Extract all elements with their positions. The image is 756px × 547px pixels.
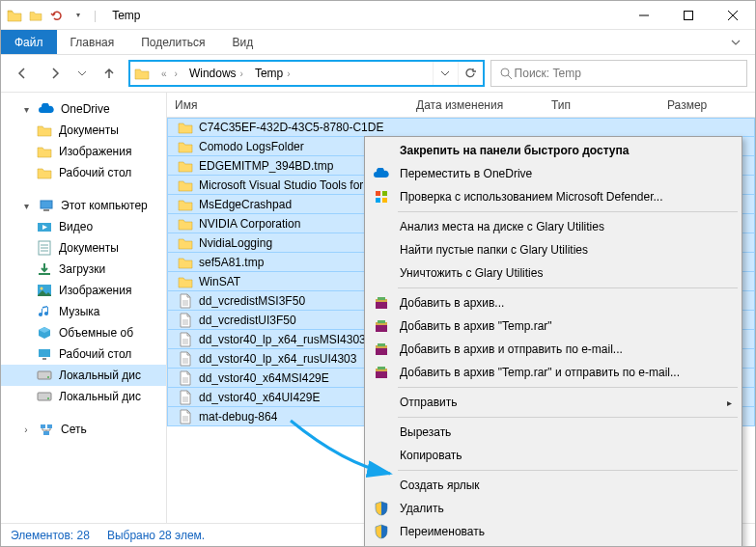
svg-rect-55 bbox=[378, 320, 385, 323]
status-selection-count: Выбрано 28 элем. bbox=[107, 529, 205, 542]
svg-rect-47 bbox=[382, 191, 387, 196]
nav-history-dropdown[interactable] bbox=[74, 60, 90, 87]
qat-undo-icon[interactable] bbox=[47, 6, 67, 25]
svg-point-21 bbox=[47, 397, 49, 399]
ctx-glary-emptyfolders[interactable]: Найти пустые папки с Glary Utilities bbox=[367, 238, 740, 261]
refresh-button[interactable] bbox=[458, 62, 483, 85]
nav-onedrive-pictures[interactable]: Изображения bbox=[1, 141, 166, 162]
address-folder-icon bbox=[130, 67, 154, 80]
folder-icon bbox=[178, 139, 193, 154]
file-name: WinSAT bbox=[199, 275, 240, 288]
ctx-glary-analyze[interactable]: Анализ места на диске с Glary Utilities bbox=[367, 215, 740, 238]
svg-rect-58 bbox=[378, 343, 385, 346]
file-name: EDGEMITMP_394BD.tmp bbox=[199, 159, 333, 173]
pc-icon bbox=[38, 197, 55, 214]
ctx-rar-email[interactable]: Добавить в архив и отправить по e-mail..… bbox=[367, 338, 740, 361]
nav-thispc-label: Этот компьютер bbox=[61, 199, 148, 212]
file-name: NvidiaLogging bbox=[199, 236, 272, 250]
file-name: Comodo LogsFolder bbox=[199, 140, 304, 153]
qat-dropdown-icon[interactable]: ▾ bbox=[69, 6, 88, 25]
network-icon bbox=[38, 421, 55, 438]
nav-up-button[interactable] bbox=[96, 60, 123, 87]
nav-forward-button[interactable] bbox=[42, 60, 69, 87]
ctx-sendto[interactable]: Отправить▸ bbox=[367, 391, 740, 414]
svg-rect-24 bbox=[43, 431, 49, 435]
nav-onedrive-documents[interactable]: Документы bbox=[1, 120, 166, 141]
chevron-right-icon: ▸ bbox=[720, 397, 738, 408]
nav-thispc-item-7[interactable]: Локальный дис bbox=[1, 365, 166, 386]
ribbon-tab-share[interactable]: Поделиться bbox=[127, 30, 218, 54]
ctx-rename[interactable]: Переименовать bbox=[367, 520, 740, 543]
nav-thispc-item-8[interactable]: Локальный дис bbox=[1, 386, 166, 407]
nav-thispc-item-4[interactable]: Музыка bbox=[1, 301, 166, 322]
ctx-rar-add[interactable]: Добавить в архив... bbox=[367, 291, 740, 315]
nav-thispc-item-5[interactable]: Объемные об bbox=[1, 322, 166, 343]
close-button[interactable] bbox=[711, 1, 755, 30]
ctx-pin-quickaccess[interactable]: Закрепить на панели быстрого доступа bbox=[367, 139, 740, 162]
shield-icon bbox=[369, 522, 394, 541]
file-name: dd_vstor40_lp_x64_rusMSI4303 bbox=[199, 333, 366, 346]
quick-access-toolbar: ▾ | bbox=[1, 6, 104, 25]
winrar-icon bbox=[369, 293, 394, 313]
chevron-right-icon[interactable]: › bbox=[20, 424, 32, 435]
column-size[interactable]: Размер bbox=[659, 93, 755, 117]
nav-thispc-item-1[interactable]: Документы bbox=[1, 237, 166, 259]
nav-thispc-item-0[interactable]: Видео bbox=[1, 216, 166, 237]
ribbon-tab-view[interactable]: Вид bbox=[218, 30, 266, 54]
ctx-defender-scan[interactable]: Проверка с использованием Microsoft Defe… bbox=[367, 185, 740, 208]
search-box[interactable]: Поиск: Temp bbox=[490, 60, 747, 87]
folder-icon bbox=[178, 158, 193, 174]
nav-network[interactable]: › Сеть bbox=[1, 419, 166, 440]
folder-icon bbox=[36, 143, 53, 160]
folder-icon bbox=[5, 6, 24, 25]
ctx-separator bbox=[398, 211, 738, 212]
title-separator: | bbox=[90, 9, 100, 22]
file-name: MsEdgeCrashpad bbox=[199, 198, 292, 211]
ribbon-tab-home[interactable]: Главная bbox=[57, 30, 128, 54]
nav-back-button[interactable] bbox=[9, 60, 36, 87]
minimize-button[interactable] bbox=[622, 1, 666, 30]
column-type[interactable]: Тип bbox=[544, 93, 659, 117]
nav-onedrive[interactable]: ▾ OneDrive bbox=[1, 98, 166, 120]
ctx-cut[interactable]: Вырезать bbox=[367, 421, 740, 444]
file-row[interactable]: C74C35EF-432D-43C5-8780-C1DE bbox=[167, 118, 755, 137]
nav-thispc-item-6[interactable]: Рабочий стол bbox=[1, 343, 166, 365]
nav-onedrive-desktop[interactable]: Рабочий стол bbox=[1, 162, 166, 183]
file-icon bbox=[178, 409, 193, 424]
chevron-down-icon[interactable]: ▾ bbox=[20, 104, 32, 115]
nav-thispc[interactable]: ▾ Этот компьютер bbox=[1, 195, 166, 216]
ctx-move-onedrive[interactable]: Переместить в OneDrive bbox=[367, 162, 740, 185]
video-icon bbox=[36, 218, 53, 235]
svg-rect-1 bbox=[685, 11, 693, 19]
folder-small-icon bbox=[26, 6, 45, 25]
maximize-button[interactable] bbox=[666, 1, 711, 30]
file-icon bbox=[178, 351, 193, 367]
ribbon-expand-button[interactable] bbox=[716, 30, 755, 54]
svg-rect-61 bbox=[378, 367, 385, 369]
folder-icon bbox=[178, 274, 193, 289]
address-bar-row: «› Windows› Temp› Поиск: Temp bbox=[1, 55, 755, 92]
ctx-create-shortcut[interactable]: Создать ярлык bbox=[367, 474, 740, 497]
window-title: Temp bbox=[104, 9, 622, 22]
ctx-rar-add-temp[interactable]: Добавить в архив "Temp.rar" bbox=[367, 315, 740, 338]
ctx-glary-shred[interactable]: Уничтожить с Glary Utilities bbox=[367, 261, 740, 285]
ctx-delete[interactable]: Удалить bbox=[367, 497, 740, 520]
chevron-down-icon[interactable]: ▾ bbox=[20, 201, 32, 211]
breadcrumb-windows[interactable]: Windows› bbox=[185, 62, 251, 85]
titlebar: ▾ | Temp bbox=[1, 1, 755, 30]
ribbon-file-tab[interactable]: Файл bbox=[1, 30, 57, 54]
column-date[interactable]: Дата изменения bbox=[408, 93, 544, 117]
address-dropdown-button[interactable] bbox=[433, 62, 458, 85]
ctx-rar-email-temp[interactable]: Добавить в архив "Temp.rar" и отправить … bbox=[367, 361, 740, 384]
svg-line-5 bbox=[508, 75, 512, 79]
ctx-copy[interactable]: Копировать bbox=[367, 444, 740, 467]
folder-icon bbox=[178, 120, 193, 135]
column-name[interactable]: Имя bbox=[167, 93, 408, 117]
nav-thispc-item-2[interactable]: Загрузки bbox=[1, 259, 166, 280]
breadcrumb-prefix[interactable]: «› bbox=[154, 62, 185, 85]
search-icon bbox=[497, 67, 515, 80]
nav-thispc-item-3[interactable]: Изображения bbox=[1, 280, 166, 301]
onedrive-icon bbox=[369, 164, 394, 183]
breadcrumb-temp[interactable]: Temp› bbox=[251, 62, 298, 85]
address-bar[interactable]: «› Windows› Temp› bbox=[128, 60, 485, 87]
